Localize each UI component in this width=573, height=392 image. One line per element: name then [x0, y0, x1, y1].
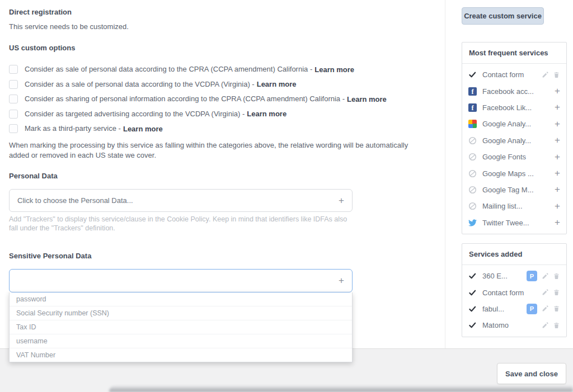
- service-label: Google Analy...: [482, 136, 555, 145]
- edit-icon[interactable]: [541, 305, 549, 313]
- us-options-list: Consider as sale of personal data accord…: [9, 62, 434, 136]
- delete-icon[interactable]: [553, 322, 560, 329]
- checkbox[interactable]: [9, 95, 18, 103]
- check-icon: [468, 305, 477, 313]
- trackers-helper-text: Add "Trackers" to display this service/c…: [9, 215, 350, 233]
- checkbox[interactable]: [9, 80, 18, 89]
- add-icon[interactable]: +: [555, 152, 560, 163]
- checkbox-row: Mark as a third-party service - Learn mo…: [9, 121, 434, 136]
- customize-service-page: Direct registration This service needs t…: [0, 0, 573, 392]
- add-icon[interactable]: +: [555, 217, 560, 228]
- checkbox-row: Consider as sale of personal data accord…: [9, 62, 434, 77]
- checkbox-label: Consider as sharing of personal informat…: [25, 95, 345, 103]
- delete-icon[interactable]: [553, 272, 560, 280]
- google-analytics-icon: [468, 120, 477, 128]
- add-icon[interactable]: +: [555, 168, 560, 179]
- us-custom-options-title: US custom options: [9, 44, 434, 53]
- add-icon[interactable]: +: [555, 102, 560, 113]
- globe-icon: [468, 186, 477, 194]
- add-icon[interactable]: +: [555, 119, 560, 130]
- check-icon: [468, 321, 477, 329]
- premium-badge: P: [527, 271, 537, 281]
- save-and-close-button[interactable]: Save and close: [497, 363, 566, 384]
- globe-icon: [468, 169, 477, 178]
- add-icon[interactable]: +: [555, 135, 560, 146]
- add-icon[interactable]: +: [555, 201, 560, 212]
- us-options-note: When marking the processing by this serv…: [9, 140, 429, 160]
- dropdown-option[interactable]: VAT Number: [10, 348, 352, 362]
- modal-bottom-shadow: [109, 385, 573, 392]
- sensitive-options-dropdown: password Social Security number (SSN) Ta…: [9, 292, 353, 362]
- personal-data-label: Personal Data: [9, 172, 434, 181]
- service-row: Google Maps ... +: [462, 165, 566, 181]
- globe-icon: [468, 136, 477, 145]
- dropdown-option[interactable]: password: [10, 292, 352, 306]
- checkbox-row: Consider as targeted advertising accordi…: [9, 107, 434, 122]
- most-frequent-services-title: Most frequent services: [462, 42, 566, 64]
- service-label: Twitter Twee...: [482, 219, 555, 227]
- service-label: Contact form: [482, 70, 541, 79]
- delete-icon[interactable]: [553, 71, 560, 79]
- plus-icon[interactable]: +: [339, 276, 344, 285]
- checkbox[interactable]: [9, 110, 18, 119]
- service-row: Matomo: [462, 317, 566, 333]
- most-frequent-services-list: Contact form Facebook acc... + Facebook …: [462, 64, 566, 234]
- edit-icon[interactable]: [541, 289, 549, 296]
- service-label: fabul...: [482, 305, 527, 313]
- service-row: Google Analy... +: [462, 116, 566, 132]
- check-icon: [468, 272, 477, 280]
- checkbox-label: Consider as targeted advertising accordi…: [25, 110, 245, 119]
- service-row: 360 E... P: [462, 268, 566, 284]
- checkbox[interactable]: [9, 65, 18, 74]
- add-icon[interactable]: +: [555, 184, 560, 195]
- most-frequent-services-panel: Most frequent services Contact form Face…: [462, 42, 567, 234]
- service-label: Google Analy...: [482, 120, 555, 128]
- service-label: Google Fonts: [482, 153, 555, 161]
- service-row: Google Fonts +: [462, 149, 566, 165]
- checkbox-row: Consider as a sale of personal data acco…: [9, 77, 434, 92]
- service-label: Facebook Lik...: [482, 103, 555, 112]
- service-label: Mailing list...: [482, 202, 555, 210]
- service-label: Facebook acc...: [482, 87, 555, 96]
- learn-more-link[interactable]: Learn more: [314, 65, 354, 74]
- service-row: Google Analy... +: [462, 133, 566, 149]
- checkbox-label: Consider as sale of personal data accord…: [25, 65, 312, 74]
- delete-icon[interactable]: [553, 305, 560, 313]
- checkbox[interactable]: [9, 124, 18, 133]
- learn-more-link[interactable]: Learn more: [347, 95, 387, 103]
- personal-data-select[interactable]: Click to choose the Personal Data... +: [9, 189, 353, 212]
- service-row: Contact form: [462, 67, 566, 83]
- learn-more-link[interactable]: Learn more: [123, 125, 163, 133]
- service-row: Facebook acc... +: [462, 83, 566, 99]
- services-added-panel: Services added 360 E... P Contact form: [462, 243, 567, 337]
- create-custom-service-button[interactable]: Create custom service: [462, 7, 544, 25]
- service-label: Google Tag M...: [482, 186, 555, 194]
- services-added-title: Services added: [462, 244, 566, 265]
- checkbox-label: Consider as a sale of personal data acco…: [25, 80, 255, 89]
- globe-icon: [468, 202, 477, 210]
- vertical-divider: [445, 0, 445, 348]
- globe-icon: [468, 153, 477, 161]
- check-icon: [468, 289, 477, 297]
- service-label: Contact form: [482, 289, 541, 297]
- personal-data-placeholder: Click to choose the Personal Data...: [17, 196, 133, 205]
- dropdown-option[interactable]: Social Security number (SSN): [10, 306, 352, 320]
- delete-icon[interactable]: [553, 289, 560, 296]
- sensitive-personal-data-label: Sensitive Personal Data: [9, 252, 434, 261]
- page-subtitle: This service needs to be customized.: [9, 22, 434, 31]
- edit-icon[interactable]: [541, 71, 549, 79]
- sensitive-personal-data-select[interactable]: +: [9, 269, 353, 292]
- add-icon[interactable]: +: [555, 86, 560, 97]
- twitter-icon: [468, 219, 477, 227]
- dropdown-option[interactable]: username: [10, 334, 352, 348]
- service-row: fabul... P: [462, 301, 566, 317]
- edit-icon[interactable]: [541, 272, 549, 280]
- learn-more-link[interactable]: Learn more: [247, 110, 286, 118]
- service-row: Facebook Lik... +: [462, 100, 566, 116]
- service-label: 360 E...: [482, 272, 527, 280]
- plus-icon[interactable]: +: [339, 196, 344, 205]
- dropdown-option[interactable]: Tax ID: [10, 320, 352, 334]
- learn-more-link[interactable]: Learn more: [257, 80, 297, 88]
- edit-icon[interactable]: [541, 322, 549, 329]
- service-label: Google Maps ...: [482, 169, 555, 178]
